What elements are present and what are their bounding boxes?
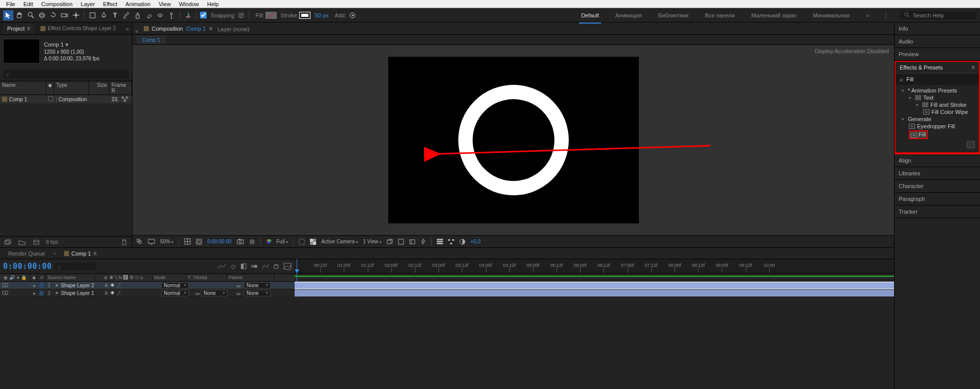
tree-eyedropper-fill[interactable]: fxEyedropper Fill bbox=[898, 123, 977, 130]
comp-thumbnail[interactable] bbox=[3, 39, 40, 63]
menu-animation[interactable]: Animation bbox=[121, 1, 154, 7]
panel-menu-icon[interactable]: ≡ bbox=[971, 64, 975, 71]
zoom-dropdown[interactable]: 50% bbox=[160, 239, 173, 244]
composition-viewer[interactable]: Display Acceleration Disabled bbox=[132, 45, 894, 235]
pickwhip-icon[interactable] bbox=[195, 290, 201, 296]
grid-icon[interactable] bbox=[184, 238, 191, 245]
chevrons-icon[interactable]: » bbox=[126, 26, 129, 32]
lock-icon[interactable]: « bbox=[136, 29, 139, 34]
lock-col-icon[interactable]: 🔒 bbox=[21, 275, 27, 280]
snapshot-icon[interactable] bbox=[237, 239, 244, 244]
transparency-grid-icon[interactable] bbox=[310, 239, 316, 245]
resolution-dropdown[interactable]: Full bbox=[277, 239, 288, 244]
color-tag[interactable] bbox=[48, 96, 53, 101]
expand-icon[interactable]: ▸ bbox=[33, 290, 36, 296]
pickwhip-icon[interactable] bbox=[236, 290, 242, 296]
pixel-aspect-icon[interactable] bbox=[409, 239, 415, 245]
selection-tool[interactable] bbox=[3, 10, 13, 20]
menu-composition[interactable]: Composition bbox=[37, 1, 77, 7]
layer-row[interactable]: ▸ 1 ★Shape Layer 2 ⊕✱╱ Normal None bbox=[0, 282, 295, 289]
project-tab[interactable]: Project≡ bbox=[3, 24, 34, 34]
layer-color[interactable] bbox=[39, 283, 43, 288]
trkmat-col[interactable]: T .TrkMat bbox=[186, 274, 227, 281]
time-ruler[interactable]: 00:12f01:00f01:12f02:00f02:12f03:00f03:1… bbox=[295, 259, 894, 273]
layer-bar[interactable] bbox=[295, 282, 894, 289]
render-queue-tab[interactable]: Render Queue bbox=[3, 249, 50, 258]
brush-tool[interactable] bbox=[121, 10, 131, 20]
project-search[interactable]: ⌕ bbox=[3, 70, 129, 79]
trkmat-dropdown[interactable]: None bbox=[201, 290, 228, 296]
preview-panel[interactable]: Preview bbox=[895, 48, 980, 61]
camera-dropdown[interactable]: Active Camera bbox=[321, 239, 358, 244]
new-folder-icon[interactable] bbox=[17, 238, 27, 247]
col-type[interactable]: Type bbox=[54, 81, 89, 95]
fill-swatch[interactable] bbox=[265, 12, 277, 19]
libraries-panel[interactable]: Libraries bbox=[895, 167, 980, 180]
channel-icon[interactable] bbox=[266, 239, 272, 244]
panel-menu-icon[interactable]: ≡ bbox=[27, 25, 30, 32]
panel-menu-icon[interactable]: ≡ bbox=[209, 25, 212, 32]
col-framerate[interactable]: Frame R bbox=[109, 81, 132, 95]
comp-dropdown-icon[interactable]: ▾ bbox=[65, 41, 69, 48]
menu-window[interactable]: Window bbox=[175, 1, 203, 7]
layer-name[interactable]: Shape Layer 1 bbox=[61, 290, 94, 296]
av-col-icon[interactable]: ◉ bbox=[4, 275, 8, 280]
3d-icon[interactable] bbox=[387, 239, 393, 245]
layer-color[interactable] bbox=[39, 291, 43, 295]
camera-tool[interactable] bbox=[59, 10, 70, 20]
tree-fill-stroke[interactable]: ▾Fill and Stroke bbox=[898, 101, 977, 108]
align-panel[interactable]: Align bbox=[895, 154, 980, 167]
tree-animation-presets[interactable]: ▾* Animation Presets bbox=[898, 87, 977, 94]
label-col-icon[interactable]: ◆ bbox=[31, 274, 38, 281]
tracker-panel[interactable]: Tracker bbox=[895, 205, 980, 218]
search-help[interactable]: Search Help bbox=[900, 11, 977, 19]
bpc-value[interactable]: 8 bpc bbox=[46, 239, 58, 245]
snapping-checkbox[interactable] bbox=[200, 12, 207, 18]
flowchart-icon[interactable] bbox=[122, 97, 128, 102]
comp-link-name[interactable]: Comp 1 bbox=[186, 26, 206, 32]
mask-icon[interactable] bbox=[196, 239, 202, 245]
menu-view[interactable]: View bbox=[154, 1, 175, 7]
project-row[interactable]: Comp 1 Composition 23, bbox=[0, 95, 132, 103]
show-snapshot-icon[interactable] bbox=[249, 239, 255, 245]
pickwhip-icon[interactable] bbox=[236, 282, 242, 288]
new-comp-icon[interactable] bbox=[32, 238, 41, 247]
circle-shape[interactable] bbox=[458, 85, 569, 195]
menu-edit[interactable]: Edit bbox=[19, 1, 37, 7]
visibility-toggle[interactable] bbox=[2, 283, 8, 287]
parent-col[interactable]: Parent bbox=[227, 274, 274, 281]
menu-help[interactable]: Help bbox=[203, 1, 223, 7]
magnify-icon[interactable] bbox=[137, 239, 143, 245]
col-size[interactable]: Size bbox=[89, 81, 109, 95]
switches-col[interactable]: ⊕ ✱ ╲ fx 🅱 ⦿ ⦾ ⧈ bbox=[95, 274, 152, 281]
frameblend-icon[interactable] bbox=[240, 263, 247, 269]
effect-controls-tab[interactable]: Effect Controls Shape Layer 2 bbox=[36, 24, 124, 33]
composition-canvas[interactable] bbox=[388, 57, 639, 223]
timeline-comp-tab[interactable]: Comp 1≡ bbox=[59, 248, 102, 259]
solo-col-icon[interactable]: ● bbox=[17, 275, 19, 280]
effects-search[interactable]: ⌕ × bbox=[896, 73, 979, 85]
parent-dropdown[interactable]: None bbox=[244, 282, 271, 289]
roto-tool[interactable] bbox=[155, 10, 165, 20]
exposure-reset-icon[interactable] bbox=[459, 239, 465, 245]
snap-edge-icon[interactable] bbox=[236, 10, 246, 20]
tree-text[interactable]: ▾Text bbox=[898, 94, 977, 101]
info-panel[interactable]: Info bbox=[895, 22, 980, 35]
exposure-value[interactable]: +0,0 bbox=[471, 239, 481, 244]
layer-bar[interactable] bbox=[295, 290, 894, 296]
index-col[interactable]: # bbox=[38, 274, 46, 281]
anchor-tool[interactable] bbox=[71, 10, 81, 20]
shy-icon[interactable] bbox=[218, 263, 226, 269]
shape-tool[interactable] bbox=[87, 10, 98, 20]
ws-overflow[interactable]: » bbox=[864, 11, 871, 19]
paragraph-panel[interactable]: Paragraph bbox=[895, 193, 980, 205]
layer-name[interactable]: Shape Layer 2 bbox=[61, 283, 94, 288]
layer-tab[interactable]: Layer (none) bbox=[217, 26, 249, 34]
clone-tool[interactable] bbox=[132, 10, 143, 20]
effects-title[interactable]: Effects & Presets bbox=[900, 64, 943, 71]
menu-file[interactable]: File bbox=[2, 1, 19, 7]
flowchart-icon[interactable] bbox=[448, 239, 454, 244]
ws-all-panels[interactable]: Все панели bbox=[703, 11, 737, 19]
col-tag-icon[interactable]: ◆ bbox=[46, 81, 54, 95]
ws-animation[interactable]: Анимация bbox=[613, 11, 644, 19]
